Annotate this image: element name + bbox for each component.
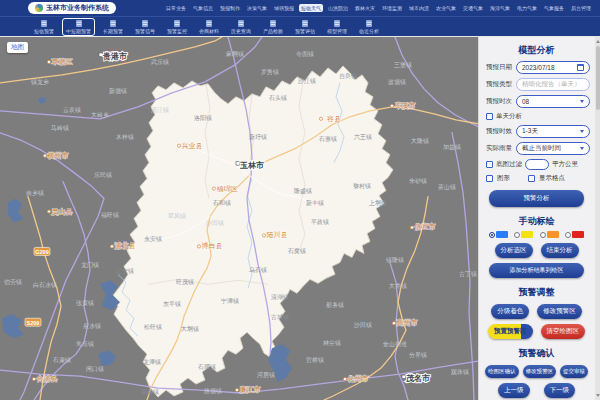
top-menu-item[interactable]: 后台管理 bbox=[569, 4, 593, 12]
draw-color-option[interactable] bbox=[565, 231, 584, 238]
previous-level-button[interactable]: 上一级 bbox=[498, 383, 530, 398]
panel-button[interactable]: 修改预警区 bbox=[523, 365, 557, 378]
scroll-down-icon[interactable] bbox=[596, 394, 600, 397]
tab-label: 模型管理 bbox=[327, 28, 347, 34]
panel-button[interactable]: 修改预警区 bbox=[537, 304, 582, 319]
grid-label: 显示格点 bbox=[539, 174, 565, 183]
forecast-type-label: 预报类型 bbox=[486, 80, 513, 89]
top-menu-item[interactable]: 短临天气 bbox=[299, 4, 323, 12]
color-radio[interactable] bbox=[565, 232, 571, 238]
subnav-tab[interactable]: 会商材料 bbox=[195, 18, 223, 36]
warning-analysis-button[interactable]: 预警分析 bbox=[489, 190, 584, 207]
map-label: 新丰镇 bbox=[306, 199, 324, 206]
map-label: 福绵区 bbox=[217, 185, 238, 193]
city-marker bbox=[402, 375, 406, 378]
top-menu-item[interactable]: 环境监测 bbox=[380, 4, 404, 12]
map-label: 寺面镇 bbox=[296, 50, 314, 57]
color-radio[interactable] bbox=[540, 232, 546, 238]
color-radio[interactable] bbox=[514, 232, 520, 238]
map-label: 化州市 bbox=[348, 374, 369, 383]
panel-button[interactable]: 绘图区确认 bbox=[485, 365, 519, 378]
map-label: 自良镇 bbox=[339, 72, 357, 80]
subnav-tab[interactable]: 预警监控 bbox=[163, 18, 191, 36]
top-menu-item[interactable]: 山洪防治 bbox=[326, 4, 350, 12]
county-marker bbox=[235, 388, 238, 391]
shape-checkbox[interactable] bbox=[486, 175, 493, 182]
top-menu-item[interactable]: 城镇预报 bbox=[272, 4, 296, 12]
top-menu-item[interactable]: 城市内涝 bbox=[407, 4, 431, 12]
county-marker bbox=[47, 60, 50, 63]
map-container[interactable]: G209S209贵港市玉林市茂名市覃塘区横州市兴业县灵山县浦北县博白县福绵区容县… bbox=[0, 37, 478, 400]
map-label: 永安镇 bbox=[144, 235, 162, 242]
subnav-tab[interactable]: 短临预警 bbox=[30, 18, 58, 36]
forecast-lead-select[interactable]: 1-3天 bbox=[516, 125, 590, 138]
tab-label: 长期预警 bbox=[103, 28, 123, 34]
top-menu-item[interactable]: 决策气象 bbox=[245, 4, 269, 12]
draw-color-option[interactable] bbox=[540, 231, 559, 238]
color-radio[interactable] bbox=[489, 232, 495, 238]
map-canvas[interactable]: G209S209贵港市玉林市茂名市覃塘区横州市兴业县灵山县浦北县博白县福绵区容县… bbox=[0, 37, 478, 400]
map-label: 常乐镇 bbox=[76, 341, 94, 347]
map-label: 白石水镇 bbox=[33, 281, 57, 289]
scroll-up-icon[interactable] bbox=[596, 40, 600, 43]
subnav-tab[interactable]: 中短期预警 bbox=[62, 18, 95, 36]
draw-color-option[interactable] bbox=[514, 231, 533, 238]
panel-button[interactable]: 结束分析 bbox=[541, 243, 579, 258]
map-label: 贵港市 bbox=[102, 51, 127, 61]
map-layer-button[interactable]: 地图 bbox=[7, 42, 28, 53]
panel-button[interactable]: 分级着色 bbox=[491, 304, 529, 319]
add-analysis-result-button[interactable]: 添加分析结果到绘区 bbox=[489, 263, 584, 278]
county-marker bbox=[392, 322, 395, 325]
map-label: 石寨镇 bbox=[318, 135, 337, 142]
single-day-checkbox[interactable] bbox=[486, 113, 493, 120]
map-label: 石头镇 bbox=[268, 94, 287, 101]
panel-button[interactable]: 分析选区 bbox=[495, 243, 533, 258]
subnav-tab[interactable]: 预警信号 bbox=[131, 18, 159, 36]
tab-document-icon bbox=[142, 20, 148, 27]
forecast-type-value: 精细化报告（单天） bbox=[522, 80, 581, 89]
subnav-tab[interactable]: 模型管理 bbox=[323, 18, 351, 36]
top-menu-item[interactable]: 海洋气象 bbox=[488, 4, 512, 12]
top-menu-item[interactable]: 交通气象 bbox=[461, 4, 485, 12]
top-menu-item[interactable]: 电力气象 bbox=[515, 4, 539, 12]
top-menu-item[interactable]: 农业气象 bbox=[434, 4, 458, 12]
clear-draw-area-button[interactable]: 清空绘图区 bbox=[541, 324, 586, 339]
subnav-tab[interactable]: 预警评估 bbox=[291, 18, 319, 36]
actual-rain-select[interactable]: 截止当前时间 bbox=[516, 142, 590, 155]
area-filter-input[interactable] bbox=[525, 159, 549, 170]
forecast-date-input[interactable]: 2023/07/18 bbox=[516, 61, 590, 74]
next-level-button[interactable]: 下一级 bbox=[544, 383, 576, 398]
basemap-filter-row: 底图过滤 平方公里 bbox=[486, 159, 590, 170]
grid-checkbox[interactable] bbox=[528, 175, 535, 182]
top-menu-item[interactable]: 气象服务 bbox=[542, 4, 566, 12]
map-label: 新圩镇 bbox=[249, 133, 267, 140]
basemap-filter-checkbox[interactable] bbox=[486, 161, 493, 168]
map-label: 清湖镇 bbox=[271, 294, 289, 300]
forecast-hour-select[interactable]: 08 bbox=[516, 95, 590, 108]
county-marker bbox=[262, 234, 265, 237]
map-label: 东平镇 bbox=[163, 300, 181, 307]
top-menu-item[interactable]: 预报制作 bbox=[218, 4, 242, 12]
top-menu-item[interactable]: 日常业务 bbox=[164, 4, 188, 12]
draw-color-option[interactable] bbox=[489, 231, 508, 238]
scrollbar-thumb[interactable] bbox=[596, 46, 600, 110]
map-label: 覃塘区 bbox=[52, 58, 73, 66]
preset-warning-area-button[interactable]: 预置预警区 bbox=[488, 324, 533, 339]
subnav-tab[interactable]: 长期预警 bbox=[99, 18, 127, 36]
map-label: 湛江镇 bbox=[151, 107, 169, 113]
forecast-type-input[interactable]: 精细化报告（单天） bbox=[516, 78, 590, 91]
map-label: 张黄镇 bbox=[76, 300, 94, 307]
panel-scrollbar[interactable] bbox=[595, 37, 600, 400]
top-menu-item[interactable]: 森林火灾 bbox=[353, 4, 377, 12]
map-label: 龙潭镇 bbox=[143, 358, 161, 365]
map-label: 乐民镇 bbox=[94, 172, 112, 178]
map-label: 陆川县 bbox=[267, 231, 288, 238]
single-day-row: 单天分析 bbox=[486, 112, 590, 121]
subnav-tab[interactable]: 临近分析 bbox=[355, 18, 383, 36]
subnav-tab[interactable]: 产品检验 bbox=[259, 18, 287, 36]
panel-button[interactable]: 提交审核 bbox=[560, 365, 588, 378]
map-label: 南乡镇 bbox=[26, 190, 44, 196]
tab-label: 预警监控 bbox=[167, 28, 187, 34]
top-menu-item[interactable]: 气象信息 bbox=[191, 4, 215, 12]
subnav-tab[interactable]: 历史查询 bbox=[227, 18, 255, 36]
